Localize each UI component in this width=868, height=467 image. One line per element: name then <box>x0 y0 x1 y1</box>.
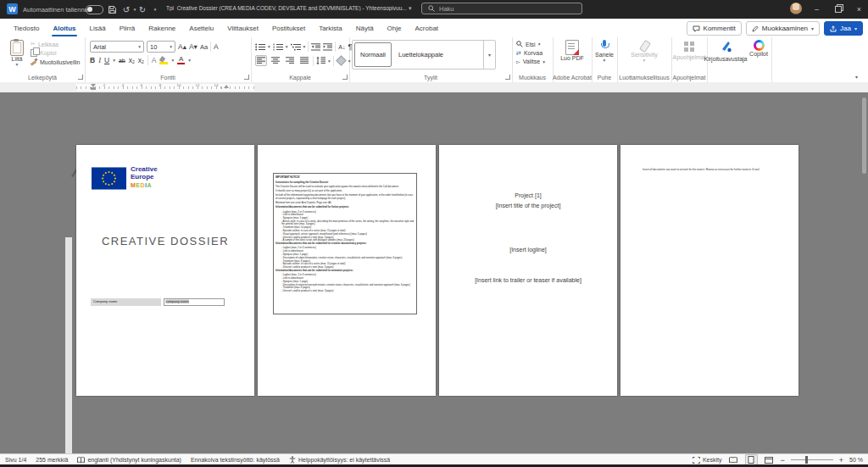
notice-textbox[interactable]: IMPORTANT NOTICE!Instructions for compil… <box>273 173 417 314</box>
word-app-icon[interactable]: W <box>7 3 18 14</box>
align-left-button[interactable] <box>255 55 267 66</box>
italic-button[interactable]: I <box>98 56 101 64</box>
sensitivity-button[interactable]: Sensitivity ▾ <box>617 40 671 63</box>
superscript-button[interactable]: x2 <box>138 56 144 64</box>
highlight-button[interactable] <box>159 57 168 64</box>
chevron-down-icon[interactable]: ▾ <box>303 44 306 49</box>
tab-aloitus[interactable]: Aloitus <box>46 19 82 37</box>
chevron-down-icon[interactable]: ▾ <box>188 58 191 63</box>
page-indicator[interactable]: Sivu 1/4 <box>5 457 26 463</box>
dialog-launcher-icon[interactable] <box>78 75 83 80</box>
page-3[interactable]: Project [1] [Insert title of the project… <box>439 145 617 396</box>
line-spacing-button[interactable] <box>316 57 326 64</box>
editing-mode-button[interactable]: Muokkaaminen ▾ <box>746 21 820 36</box>
redo-icon[interactable]: ↻ <box>136 3 148 15</box>
close-button[interactable]: × <box>853 3 865 15</box>
styles-gallery-more-button[interactable]: ▾ <box>483 41 495 69</box>
chevron-down-icon[interactable]: ▾ <box>171 58 174 63</box>
strikethrough-button[interactable]: ab <box>119 58 125 64</box>
trailer-link-placeholder[interactable]: [Insert link to trailer or teaser if ava… <box>439 277 617 283</box>
tab-acrobat[interactable]: Acrobat <box>409 19 446 37</box>
select-button[interactable]: ▻ Valitse ▾ <box>516 58 545 64</box>
dialog-launcher-icon[interactable] <box>342 75 348 80</box>
font-color-button[interactable]: A <box>177 56 185 64</box>
dictate-button[interactable]: Sanele ▾ <box>592 40 617 63</box>
tab-viittaukset[interactable]: Viittaukset <box>220 19 265 37</box>
tab-rakenne[interactable]: Rakenne <box>142 19 182 37</box>
copy-button[interactable]: Kopioi <box>31 49 80 57</box>
predictive-text-status[interactable]: Ennakoiva tekstinsyöttö: käytössä <box>191 457 280 463</box>
restore-button[interactable] <box>832 3 844 15</box>
char-count[interactable]: 255 merkkiä <box>36 457 68 463</box>
document-title[interactable]: Tpl_Creative Dossier (CREA MEDIA CODEV, … <box>166 5 407 11</box>
company-name-field[interactable]: company name <box>164 298 225 306</box>
project-number-line[interactable]: Project [1] <box>439 192 617 198</box>
chevron-down-icon[interactable]: ▾ <box>113 58 115 63</box>
documents-note[interactable]: Insert all documents you want to present… <box>643 168 778 174</box>
underline-button[interactable]: U <box>104 56 109 64</box>
proofing-language[interactable]: englanti (Yhdistynyt kuningaskunta) <box>77 457 181 464</box>
subscript-button[interactable]: x2 <box>129 56 135 64</box>
comments-button[interactable]: Kommentit <box>687 21 742 36</box>
title-dropdown-icon[interactable]: ▾ <box>409 5 412 12</box>
change-case-button[interactable]: Aa <box>200 43 208 51</box>
style-normaali[interactable]: Normaali <box>354 42 392 67</box>
bullet-list-button[interactable] <box>255 43 265 51</box>
grow-font-button[interactable]: A▴ <box>178 42 186 51</box>
cut-button[interactable]: ✂ Leikkaa <box>31 41 80 47</box>
align-center-button[interactable] <box>270 55 281 66</box>
indent-marker-right[interactable] <box>224 85 229 88</box>
zoom-slider[interactable] <box>791 459 833 460</box>
project-title-placeholder[interactable]: [Insert title of the project] <box>439 203 617 208</box>
account-avatar[interactable] <box>790 3 802 14</box>
sort-button[interactable]: A↓ <box>338 44 345 50</box>
shrink-font-button[interactable]: A▾ <box>189 42 198 51</box>
scrollbar-thumb[interactable] <box>862 97 866 174</box>
zoom-level[interactable]: 50 % <box>849 457 863 463</box>
find-button[interactable]: Etsi ▾ <box>516 41 545 47</box>
tab-nayta[interactable]: Näytä <box>349 19 381 37</box>
page-4[interactable]: Insert all documents you want to present… <box>620 145 798 396</box>
zoom-in-button[interactable]: + <box>839 456 843 464</box>
document-main-title[interactable]: CREATIVE DOSSIER <box>76 235 254 247</box>
chevron-down-icon[interactable]: ▾ <box>286 44 288 49</box>
clear-formatting-button[interactable]: A <box>214 42 219 51</box>
increase-indent-button[interactable] <box>323 43 332 51</box>
decrease-indent-button[interactable] <box>311 43 320 51</box>
create-pdf-button[interactable]: Luo PDF <box>553 40 592 62</box>
search-input[interactable]: Haku <box>421 3 582 14</box>
tab-piirra[interactable]: Piirrä <box>113 19 142 37</box>
paste-button[interactable]: Liitä ▾ <box>5 40 29 72</box>
read-mode-button[interactable] <box>728 455 739 464</box>
tab-ohje[interactable]: Ohje <box>381 19 409 37</box>
qat-more-icon[interactable]: ▾ <box>149 3 161 15</box>
autosave-toggle[interactable] <box>86 5 103 14</box>
dialog-launcher-icon[interactable] <box>244 75 249 80</box>
font-family-select[interactable]: Arial▾ <box>90 41 144 53</box>
justify-button[interactable] <box>298 55 310 66</box>
logline-placeholder[interactable]: [Insert logline] <box>439 247 617 253</box>
multilevel-list-button[interactable] <box>291 43 301 51</box>
zoom-slider-thumb[interactable] <box>805 456 808 464</box>
page-2[interactable]: IMPORTANT NOTICE!Instructions for compil… <box>258 145 436 396</box>
collapse-ribbon-icon[interactable]: ▾ <box>855 74 858 80</box>
tab-lisaa[interactable]: Lisää <box>83 19 113 37</box>
chevron-down-icon[interactable]: ▾ <box>268 44 270 49</box>
horizontal-ruler[interactable]: 2468101214 <box>76 84 254 91</box>
align-right-button[interactable] <box>284 55 296 66</box>
dialog-launcher-icon[interactable] <box>505 75 510 80</box>
page-1[interactable]: Creative Europe MEDIA CREATIVE DOSSIER C… <box>76 145 254 396</box>
format-painter-button[interactable]: Muotoilusivellin <box>31 58 80 65</box>
chevron-down-icon[interactable]: ▾ <box>328 58 331 64</box>
tab-tiedosto[interactable]: Tiedosto <box>7 19 46 37</box>
focus-mode-button[interactable]: Keskity <box>693 457 722 464</box>
copilot-button[interactable]: Copilot <box>746 40 771 57</box>
bold-button[interactable]: B <box>90 56 95 64</box>
tab-tarkista[interactable]: Tarkista <box>312 19 349 37</box>
accessibility-status[interactable]: Helppokäyttöisyys: ei käytettävissä <box>289 456 390 464</box>
zoom-out-button[interactable]: − <box>781 456 785 464</box>
text-effects-button[interactable]: A <box>152 56 157 64</box>
tab-postitukset[interactable]: Postitukset <box>265 19 312 37</box>
editor-button[interactable]: Kirjoitusavustaja <box>702 40 749 62</box>
style-luettelokappale[interactable]: Luettelokappale <box>393 41 448 69</box>
